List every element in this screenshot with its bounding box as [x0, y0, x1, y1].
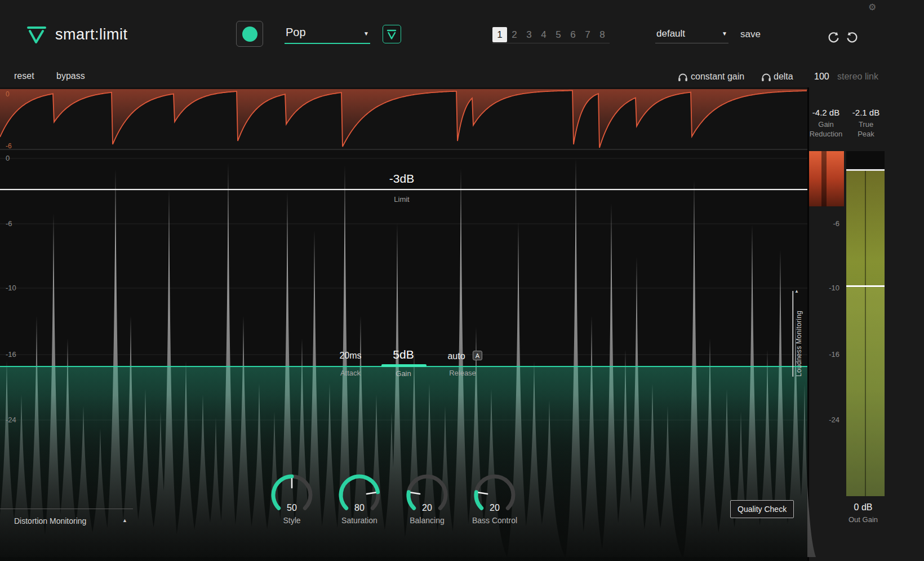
profile-preset-dropdown[interactable]: Pop ▼: [285, 24, 370, 44]
right-scale-minus24: -24: [823, 416, 839, 424]
bass-control-knob-label: Bass Control: [461, 516, 528, 525]
balancing-knob-value: 20: [393, 503, 461, 513]
settings-preset-value: default: [656, 28, 685, 39]
record-circle-icon: [242, 26, 257, 42]
saturation-knob[interactable]: 80 Saturation: [326, 471, 393, 528]
settings-preset-dropdown[interactable]: default ▼: [655, 26, 728, 43]
bass-control-knob-value: 20: [461, 503, 528, 513]
output-target-marker[interactable]: [846, 285, 885, 287]
undo-icon[interactable]: [827, 30, 841, 45]
gain-reduction-label-2: Reduction: [808, 129, 844, 139]
release-label: Release: [434, 369, 491, 377]
main-scale-minus10: -10: [6, 284, 16, 292]
release-auto-badge[interactable]: A: [473, 351, 482, 360]
state-button-4[interactable]: 4: [536, 27, 551, 42]
state-button-1[interactable]: 1: [492, 27, 507, 42]
limit-line[interactable]: [0, 189, 807, 190]
chevron-down-icon: ▼: [363, 30, 369, 37]
constant-gain-toggle[interactable]: constant gain: [691, 72, 744, 82]
true-peak-label: True Peak: [854, 120, 878, 139]
right-scale-minus6: -6: [823, 219, 839, 228]
main-scale-0: 0: [6, 154, 10, 162]
gr-scale-minus6: -6: [6, 142, 12, 150]
sonible-profile-button[interactable]: [383, 25, 401, 43]
redo-icon[interactable]: [845, 30, 859, 45]
headphones-icon: [761, 73, 771, 82]
state-button-7[interactable]: 7: [580, 27, 595, 42]
right-scale-minus10: -10: [823, 284, 839, 292]
distortion-monitoring-label: Distortion Monitoring: [14, 516, 86, 525]
saturation-knob-value: 80: [326, 503, 393, 513]
sonible-logo-icon: [26, 24, 50, 46]
main-scale-minus16: -16: [6, 350, 16, 359]
preset-value: Pop: [286, 26, 306, 39]
state-button-8[interactable]: 8: [595, 27, 610, 42]
attack-label: Attack: [322, 369, 379, 377]
gain-reduction-meter-shadow: [821, 151, 827, 206]
state-button-3[interactable]: 3: [522, 27, 536, 42]
style-knob-value: 50: [258, 503, 326, 513]
bypass-button[interactable]: bypass: [56, 71, 85, 81]
style-knob[interactable]: 50 Style: [258, 471, 326, 528]
gain-line-handle[interactable]: [381, 364, 427, 367]
out-gain-label: Out Gain: [845, 515, 881, 524]
gain-reduction-label-1: Gain: [808, 120, 844, 129]
output-meter-channel-split: [865, 171, 866, 536]
state-button-5[interactable]: 5: [551, 27, 566, 42]
state-selector: 1 2 3 4 5 6 7 8: [492, 27, 610, 43]
state-button-2[interactable]: 2: [507, 27, 522, 42]
limit-label: Limit: [345, 195, 458, 204]
app-root: smart:limit Pop ▼ 1 2 3 4 5 6 7 8 defaul…: [0, 0, 924, 561]
save-button[interactable]: save: [740, 29, 761, 40]
expand-triangle-icon: ▲: [122, 518, 127, 523]
loudness-monitoring-tab[interactable]: Loudness Monitoring: [795, 295, 803, 377]
quality-check-button[interactable]: Quality Check: [730, 500, 794, 518]
delta-toggle[interactable]: delta: [774, 72, 793, 82]
output-peak-marker: [846, 169, 885, 171]
style-knob-label: Style: [258, 516, 326, 525]
bass-control-knob[interactable]: 20 Bass Control: [461, 471, 528, 528]
expand-triangle-icon: ▲: [794, 289, 799, 294]
gain-label: Gain: [375, 369, 432, 378]
balancing-knob[interactable]: 20 Balancing: [393, 471, 461, 528]
stereo-link-value[interactable]: 100: [814, 72, 829, 82]
out-gain-value[interactable]: 0 dB: [845, 502, 881, 513]
headphones-icon: [678, 73, 688, 82]
sonible-mark-icon: [383, 25, 400, 42]
gain-value[interactable]: 5dB: [375, 348, 432, 361]
state-button-6[interactable]: 6: [566, 27, 580, 42]
stereo-link-label: stereo link: [837, 72, 878, 82]
gear-icon[interactable]: ⚙: [868, 2, 876, 12]
gr-scale-0: 0: [6, 90, 10, 98]
balancing-knob-label: Balancing: [393, 516, 461, 525]
loudness-tab-line: [793, 291, 794, 377]
chevron-down-icon: ▼: [722, 30, 727, 37]
learning-record-button[interactable]: [236, 21, 263, 47]
reset-button[interactable]: reset: [14, 71, 34, 81]
right-scale-minus16: -16: [823, 350, 839, 359]
true-peak-value: -2.1 dB: [847, 108, 885, 117]
distortion-monitoring-panel[interactable]: Distortion Monitoring ▲: [0, 509, 133, 561]
main-scale-minus6: -6: [6, 219, 12, 228]
gain-reduction-value: -4.2 dB: [808, 108, 844, 117]
saturation-knob-label: Saturation: [326, 516, 393, 525]
limit-value[interactable]: -3dB: [345, 172, 458, 185]
main-scale-minus24: -24: [6, 416, 16, 424]
app-title: smart:limit: [55, 26, 128, 43]
attack-value[interactable]: 20ms: [322, 351, 379, 361]
release-value[interactable]: auto: [441, 351, 472, 361]
